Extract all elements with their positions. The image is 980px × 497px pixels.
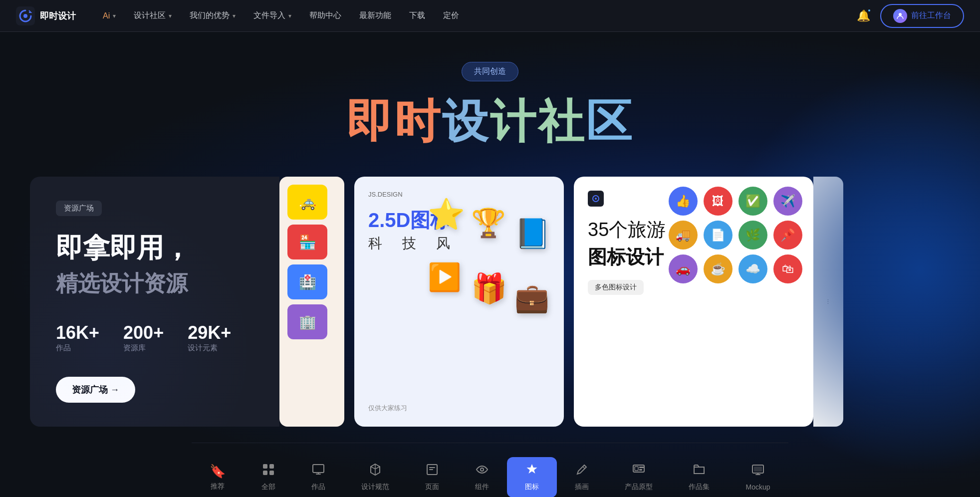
svg-rect-18 — [639, 469, 642, 471]
stat-elements: 29K+ 设计元素 — [188, 322, 231, 353]
iso-icon-star: ⭐ — [428, 197, 465, 250]
tab-prototype[interactable]: 产品原型 — [607, 457, 671, 497]
hero-title: 即时设计社区 — [346, 96, 634, 147]
logo-icon — [16, 6, 35, 25]
travel-icon-check: ✅ — [738, 187, 767, 216]
svg-rect-20 — [754, 467, 762, 472]
travel-icon-plane: ✈️ — [773, 187, 802, 216]
star-icon — [525, 463, 538, 480]
svg-point-5 — [595, 198, 597, 200]
tab-all[interactable]: 全部 — [244, 457, 293, 497]
tab-design-spec[interactable]: 设计规范 — [343, 457, 407, 497]
page-icon — [426, 463, 439, 480]
stat-resources: 200+ 资源库 — [123, 322, 164, 353]
chevron-down-icon: ▾ — [288, 12, 291, 19]
nav-item-pricing[interactable]: 定价 — [436, 7, 466, 24]
stat-number-works: 16K+ — [56, 322, 99, 343]
logo-area[interactable]: 即时设计 — [16, 6, 76, 25]
svg-rect-13 — [429, 469, 433, 470]
card-2d5[interactable]: JS.DESIGN 2.5D图标 科 技 风 仅供大家练习 ⭐ 🏆 📘 ▶️ 🎁… — [354, 177, 564, 427]
tab-mockup[interactable]: Mockup — [728, 458, 788, 497]
bookmark-icon: 🔖 — [210, 464, 226, 479]
stats-row: 16K+ 作品 200+ 资源库 29K+ 设计元素 — [56, 322, 253, 353]
iso-icon-book: 📘 — [514, 217, 552, 250]
svg-rect-6 — [263, 464, 267, 469]
chevron-down-icon: ▾ — [113, 12, 116, 19]
panel-title-line1: 即拿即用， — [56, 230, 253, 265]
svg-rect-10 — [313, 465, 324, 473]
iso-icon-gift: 🎁 — [471, 271, 508, 314]
mockup-icon — [751, 464, 764, 480]
iso-icon-trophy: 🏆 — [471, 207, 508, 250]
svg-point-14 — [481, 468, 484, 471]
travel-icon-car: 🚗 — [669, 254, 698, 283]
nav-item-ai[interactable]: Ai ▾ — [96, 8, 123, 23]
notification-bell[interactable]: 🔔 — [857, 9, 870, 22]
tab-illustration[interactable]: 插画 — [557, 457, 607, 497]
folder-icon — [693, 463, 706, 480]
iso-icon-chest: 💼 — [514, 281, 552, 314]
nav-item-new[interactable]: 最新功能 — [352, 7, 398, 24]
travel-icon-leaf: 🌿 — [738, 221, 767, 249]
nav-item-download[interactable]: 下载 — [402, 7, 432, 24]
main-nav: Ai ▾ 设计社区 ▾ 我们的优势 ▾ 文件导入 ▾ 帮助中心 最新功能 下载 … — [96, 7, 857, 24]
grid-icon — [262, 463, 275, 480]
mini-icon-hospital: 🏥 — [287, 264, 327, 299]
nav-item-advantages[interactable]: 我们的优势 ▾ — [183, 7, 243, 24]
prototype-icon — [632, 463, 645, 480]
svg-rect-12 — [429, 467, 435, 468]
resource-marketplace-button[interactable]: 资源广场 → — [56, 377, 135, 403]
tab-page[interactable]: 页面 — [407, 457, 457, 497]
svg-rect-16 — [635, 467, 638, 471]
travel-icon-photo: 🖼 — [704, 187, 733, 216]
card-travel[interactable]: 35个旅游 图标设计 多色图标设计 👍 🖼 ✅ ✈️ 🚚 📄 🌿 📌 — [574, 177, 813, 427]
svg-rect-17 — [639, 467, 644, 468]
svg-point-1 — [23, 14, 27, 18]
title-char-shi: 时 — [394, 96, 442, 147]
preview-card-partial: 🚕 🏪 🏥 🏢 — [279, 177, 344, 427]
tab-icon[interactable]: 图标 — [507, 457, 557, 497]
travel-icon-pin: 📌 — [773, 221, 802, 249]
card-2d5-note: 仅供大家练习 — [368, 404, 550, 413]
title-char-ji2: 计 — [490, 96, 538, 147]
mini-icon-taxi: 🚕 — [287, 185, 327, 220]
tab-works[interactable]: 作品 — [293, 457, 343, 497]
avatar — [893, 9, 907, 23]
stat-number-elements: 29K+ — [188, 322, 231, 343]
travel-icon-cloud: ☁️ — [738, 254, 767, 283]
tab-portfolio[interactable]: 作品集 — [671, 457, 728, 497]
left-panel: 资源广场 即拿即用， 精选设计资源 16K+ 作品 200+ 资源库 — [30, 177, 279, 427]
main-content: 共同创造 即时设计社区 资源广场 即拿即用， 精选设计资源 16K+ 作品 — [0, 0, 980, 497]
bottom-tabs: 🔖 推荐 全部 — [192, 443, 788, 497]
svg-point-2 — [899, 13, 902, 16]
mini-icon-building: 🏢 — [287, 304, 327, 339]
logo-text: 即时设计 — [40, 10, 76, 22]
stat-label-elements: 设计元素 — [188, 343, 218, 352]
svg-rect-9 — [269, 471, 274, 475]
header-right: 🔔 前往工作台 — [857, 4, 964, 28]
nav-item-community[interactable]: 设计社区 ▾ — [127, 7, 179, 24]
workspace-button[interactable]: 前往工作台 — [880, 4, 964, 28]
iso-icon-play: ▶️ — [428, 261, 465, 314]
cards-section: 资源广场 即拿即用， 精选设计资源 16K+ 作品 200+ 资源库 — [0, 177, 980, 427]
stat-label-works: 作品 — [56, 343, 71, 352]
title-char-ji: 即 — [346, 96, 394, 147]
tab-component[interactable]: 组件 — [457, 457, 507, 497]
title-char-qu: 区 — [586, 96, 634, 147]
hero-badge: 共同创造 — [462, 62, 518, 81]
nav-item-help[interactable]: 帮助中心 — [302, 7, 348, 24]
title-char-she: 设 — [442, 96, 490, 147]
mini-icon-row: 🚕 🏪 🏥 🏢 — [287, 185, 336, 339]
travel-icon-doc: 📄 — [704, 221, 733, 249]
chevron-down-icon: ▾ — [169, 12, 172, 19]
tab-recommend[interactable]: 🔖 推荐 — [192, 458, 244, 497]
pen-icon — [575, 463, 588, 480]
stat-label-resources: 资源库 — [123, 343, 146, 352]
multi-color-badge: 多色图标设计 — [588, 280, 644, 295]
card-partial-right: ··· — [813, 177, 843, 427]
nav-item-import[interactable]: 文件导入 ▾ — [246, 7, 298, 24]
monitor-icon — [312, 463, 325, 480]
travel-icons-grid: 👍 🖼 ✅ ✈️ 🚚 📄 🌿 📌 🚗 ☕ ☁️ 🛍 — [669, 187, 803, 283]
card-2d5-icons: ⭐ 🏆 📘 ▶️ 🎁 💼 — [428, 197, 552, 314]
title-char-she2: 社 — [538, 96, 586, 147]
